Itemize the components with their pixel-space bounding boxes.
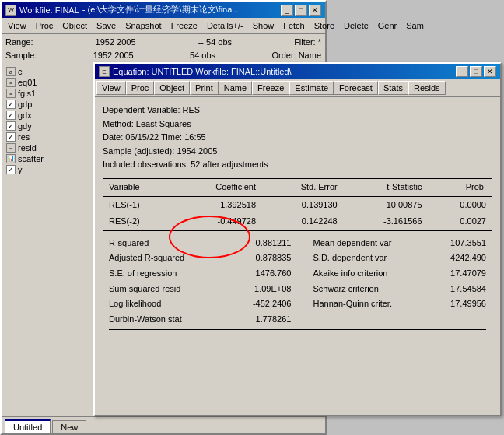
resid-icon: ~ bbox=[6, 143, 16, 153]
log-like-label: Log likelihood bbox=[103, 296, 229, 312]
bottom-divider bbox=[109, 329, 486, 330]
table-row: RES(-2) -0.449728 0.142248 -3.161566 0.0… bbox=[103, 213, 492, 230]
menu-object[interactable]: Object bbox=[58, 19, 92, 32]
workfile-title-path: - (e:\大学文件\计量经济学\期末论文\final... bbox=[82, 4, 241, 16]
eq-menu-proc[interactable]: Proc bbox=[126, 81, 155, 95]
close-button[interactable]: ✕ bbox=[309, 5, 321, 16]
menu-view[interactable]: View bbox=[3, 19, 31, 32]
tab-new[interactable]: New bbox=[52, 420, 86, 433]
empty-val bbox=[424, 312, 492, 328]
range-value: 1952 2005 bbox=[96, 36, 136, 49]
sample-obs: 54 obs bbox=[190, 49, 215, 62]
method: Method: Least Squares bbox=[103, 118, 492, 132]
prob-res1: 0.0000 bbox=[429, 196, 492, 213]
eq-menu-view[interactable]: View bbox=[96, 81, 126, 95]
se-res2: 0.142248 bbox=[262, 213, 344, 230]
sum-sq-label: Sum squared resid bbox=[103, 282, 229, 297]
equation-window: E Equation: UNTITLED Workfile: FINAL::Un… bbox=[93, 62, 502, 416]
minimize-button[interactable]: _ bbox=[281, 5, 293, 16]
menu-save[interactable]: Save bbox=[92, 19, 121, 32]
equation-menu-bar: View Proc Object Print Name Freeze Estim… bbox=[95, 79, 500, 97]
menu-sam[interactable]: Sam bbox=[401, 19, 429, 32]
eq-icon-2: ≡ bbox=[6, 89, 16, 98]
mean-dep-label: Mean dependent var bbox=[297, 236, 424, 251]
range-label: Range: bbox=[5, 36, 33, 49]
range-row: Range: 1952 2005 -- 54 obs Filter: * bbox=[5, 36, 321, 49]
regression-table: Variable Coefficient Std. Error t-Statis… bbox=[103, 178, 492, 231]
workfile-title-bar: W Workfile: FINAL - (e:\大学文件\计量经济学\期末论文\… bbox=[2, 2, 325, 18]
maximize-button[interactable]: □ bbox=[295, 5, 307, 16]
alpha-icon: a bbox=[6, 67, 16, 76]
stats-row-1: R-squared 0.881211 Mean dependent var -1… bbox=[103, 236, 492, 251]
sd-dep-label: S.D. dependent var bbox=[297, 251, 424, 266]
menu-snapshot[interactable]: Snapshot bbox=[121, 19, 166, 32]
hq-val: 17.49956 bbox=[424, 296, 492, 312]
stats-row-6: Durbin-Watson stat 1.778261 bbox=[103, 312, 492, 328]
schwarz-val: 17.54584 bbox=[424, 282, 492, 297]
coef-res2: -0.449728 bbox=[175, 213, 263, 230]
eq-menu-estimate[interactable]: Estimate bbox=[289, 81, 334, 95]
obs: Included observations: 52 after adjustme… bbox=[103, 158, 492, 172]
obs-label: -- 54 obs bbox=[198, 36, 232, 49]
sidebar-label-fgls1: fgls1 bbox=[18, 89, 36, 98]
sd-dep-val: 4242.490 bbox=[424, 251, 492, 266]
stats-row-2: Adjusted R-squared 0.878835 S.D. depende… bbox=[103, 251, 492, 266]
workfile-icon: W bbox=[5, 5, 16, 16]
order-label: Order: Name bbox=[271, 49, 321, 62]
tab-untitled[interactable]: Untitled bbox=[5, 419, 51, 433]
eq-menu-object[interactable]: Object bbox=[154, 81, 190, 95]
sidebar-label-scatter: scatter bbox=[18, 154, 44, 163]
menu-proc[interactable]: Proc bbox=[31, 19, 58, 32]
hq-label: Hannan-Quinn criter. bbox=[297, 296, 424, 312]
eq-maximize-button[interactable]: □ bbox=[470, 66, 482, 77]
mean-dep-val: -107.3551 bbox=[424, 236, 492, 251]
scatter-icon: 📊 bbox=[6, 154, 16, 163]
col-prob: Prob. bbox=[429, 178, 492, 196]
menu-show[interactable]: Show bbox=[248, 19, 279, 32]
eq-menu-forecast[interactable]: Forecast bbox=[334, 81, 378, 95]
menu-genr[interactable]: Genr bbox=[373, 19, 401, 32]
title-controls: _ □ ✕ bbox=[281, 5, 321, 16]
eq-menu-name[interactable]: Name bbox=[219, 81, 252, 95]
coef-res1: 1.392518 bbox=[175, 196, 263, 213]
schwarz-label: Schwarz criterion bbox=[297, 282, 424, 297]
eq-close-button[interactable]: ✕ bbox=[484, 66, 496, 77]
adj-r-squared-label: Adjusted R-squared bbox=[103, 251, 229, 266]
sidebar-label-gdy: gdy bbox=[18, 121, 32, 131]
eq-menu-freeze[interactable]: Freeze bbox=[252, 81, 289, 95]
t-res1: 10.00875 bbox=[344, 196, 429, 213]
r-squared-val: 0.881211 bbox=[229, 236, 298, 251]
sidebar-label-c: c bbox=[18, 67, 23, 76]
checkbox-y[interactable] bbox=[6, 165, 16, 174]
sidebar-label-eq01: eq01 bbox=[18, 78, 37, 87]
adj-r-squared-val: 0.878835 bbox=[229, 251, 298, 266]
eq-title-controls: _ □ ✕ bbox=[456, 66, 496, 77]
menu-details[interactable]: Details+/- bbox=[202, 19, 248, 32]
sum-sq-val: 1.09E+08 bbox=[229, 282, 298, 297]
workfile-title: Workfile: FINAL bbox=[19, 5, 79, 15]
eq-minimize-button[interactable]: _ bbox=[456, 66, 468, 77]
eq-menu-resids[interactable]: Resids bbox=[408, 81, 446, 95]
checkbox-gdy[interactable] bbox=[6, 121, 16, 131]
checkbox-gdx[interactable] bbox=[6, 111, 16, 120]
sample-row: Sample: 1952 2005 54 obs Order: Name bbox=[5, 49, 321, 62]
menu-freeze[interactable]: Freeze bbox=[166, 19, 202, 32]
eq-menu-stats[interactable]: Stats bbox=[378, 81, 408, 95]
menu-store[interactable]: Store bbox=[310, 19, 339, 32]
sidebar-label-gdx: gdx bbox=[18, 111, 32, 120]
date: Date: 06/15/22 Time: 16:55 bbox=[103, 131, 492, 145]
prob-res2: 0.0027 bbox=[429, 213, 492, 230]
statistics-table: R-squared 0.881211 Mean dependent var -1… bbox=[103, 236, 492, 328]
eq-menu-print[interactable]: Print bbox=[190, 81, 219, 95]
stats-row-3: S.E. of regression 1476.760 Akaike info … bbox=[103, 266, 492, 282]
workfile-menu-bar: View Proc Object Save Snapshot Freeze De… bbox=[2, 18, 325, 34]
menu-fetch[interactable]: Fetch bbox=[278, 19, 310, 32]
sidebar-label-gdp: gdp bbox=[18, 100, 32, 109]
sample-value: 1952 2005 bbox=[93, 49, 134, 62]
sample-label: Sample: bbox=[5, 49, 37, 62]
checkbox-res[interactable] bbox=[6, 132, 16, 142]
stats-row-5: Log likelihood -452.2406 Hannan-Quinn cr… bbox=[103, 296, 492, 312]
checkbox-gdp[interactable] bbox=[6, 100, 16, 109]
menu-delete[interactable]: Delete bbox=[339, 19, 373, 32]
equation-title-bar: E Equation: UNTITLED Workfile: FINAL::Un… bbox=[95, 64, 500, 79]
